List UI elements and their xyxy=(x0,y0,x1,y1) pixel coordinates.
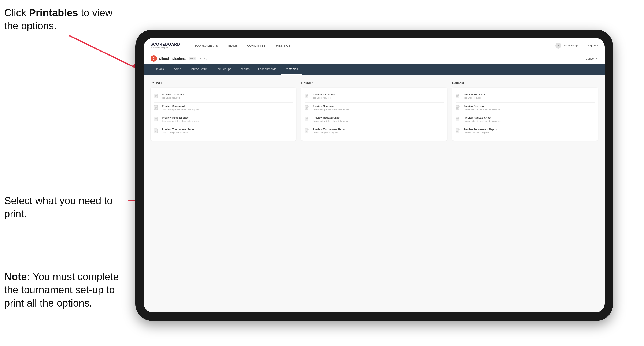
print-item-subtitle-3-2: Course setup + Tee Sheet data required xyxy=(464,108,501,111)
print-text: Preview ScorecardCourse setup + Tee Shee… xyxy=(313,105,350,111)
print-item-subtitle-2-2: Course setup + Tee Sheet data required xyxy=(313,108,350,111)
print-item-subtitle-2-4: Round Completion required xyxy=(313,131,346,134)
arrow-annotation-top xyxy=(59,29,148,76)
print-item-title-3-4: Preview Tournament Report xyxy=(464,128,497,131)
document-icon xyxy=(456,94,462,100)
print-item-title-3-3: Preview Raguzzi Sheet xyxy=(464,116,501,119)
round-card-1: Preview Tee SheetTee Sheet required Prev… xyxy=(150,88,296,141)
document-icon xyxy=(305,128,310,135)
round-title-2: Round 2 xyxy=(301,81,447,85)
nav-teams[interactable]: TEAMS xyxy=(223,42,242,49)
print-text: Preview Tee SheetTee Sheet required xyxy=(313,93,335,99)
tab-course-setup[interactable]: Course Setup xyxy=(185,64,212,75)
nav-right: B blair@clippd.io | Sign out xyxy=(556,43,598,48)
logo-title: SCOREBOARD xyxy=(150,42,180,47)
tab-results[interactable]: Results xyxy=(236,64,254,75)
tab-printables[interactable]: Printables xyxy=(280,64,302,75)
svg-rect-36 xyxy=(456,94,459,98)
note-bold: Note: xyxy=(4,271,30,282)
print-item-2-3[interactable]: Preview Raguzzi SheetCourse setup + Tee … xyxy=(305,114,444,126)
document-icon xyxy=(154,105,160,112)
round-card-3: Preview Tee SheetTee Sheet required Prev… xyxy=(452,88,598,141)
printables-bold: Printables xyxy=(29,7,78,18)
document-icon xyxy=(305,105,310,112)
tablet-screen: SCOREBOARD Powered by clippd TOURNAMENTS… xyxy=(144,38,605,313)
avatar: B xyxy=(556,43,561,48)
document-icon xyxy=(456,117,462,124)
document-icon xyxy=(154,94,160,100)
sign-out-link[interactable]: Sign out xyxy=(588,44,598,47)
print-text: Preview Tournament ReportRound Completio… xyxy=(464,128,497,134)
top-nav: SCOREBOARD Powered by clippd TOURNAMENTS… xyxy=(144,38,605,53)
rounds-container: Round 1 Preview Tee SheetTee Sheet requi… xyxy=(150,81,598,141)
tournament-logo: C xyxy=(150,55,157,62)
print-item-3-3[interactable]: Preview Raguzzi SheetCourse setup + Tee … xyxy=(456,114,594,126)
print-item-subtitle-3-3: Course setup + Tee Sheet data required xyxy=(464,120,501,123)
print-item-subtitle-2-1: Tee Sheet required xyxy=(313,96,335,99)
tournament-info: C Clippd Invitational Men Hosting xyxy=(150,55,208,62)
tab-details[interactable]: Details xyxy=(150,64,168,75)
print-item-2-2[interactable]: Preview ScorecardCourse setup + Tee Shee… xyxy=(305,103,444,114)
hosting-label: Hosting xyxy=(199,57,207,60)
print-item-3-4[interactable]: Preview Tournament ReportRound Completio… xyxy=(456,126,594,137)
top-instruction: Click Printables to view the options. xyxy=(4,6,127,33)
print-text: Preview ScorecardCourse setup + Tee Shee… xyxy=(464,105,501,111)
nav-tournaments[interactable]: TOURNAMENTS xyxy=(190,42,222,49)
sub-header: C Clippd Invitational Men Hosting Cancel… xyxy=(144,53,605,64)
print-item-title-1-1: Preview Tee Sheet xyxy=(162,93,184,96)
bottom-instruction: Note: You must complete the tournament s… xyxy=(4,270,135,310)
round-title-3: Round 3 xyxy=(452,81,598,85)
print-item-title-1-3: Preview Raguzzi Sheet xyxy=(162,116,199,119)
tournament-name: Clippd Invitational xyxy=(159,57,186,60)
nav-items: TOURNAMENTS TEAMS COMMITTEE RANKINGS xyxy=(190,42,556,49)
print-item-title-3-2: Preview Scorecard xyxy=(464,105,501,108)
print-item-3-1[interactable]: Preview Tee SheetTee Sheet required xyxy=(456,91,594,103)
print-item-subtitle-3-1: Tee Sheet required xyxy=(464,96,486,99)
svg-rect-44 xyxy=(456,117,459,121)
print-item-2-4[interactable]: Preview Tournament ReportRound Completio… xyxy=(305,126,444,137)
print-item-title-3-1: Preview Tee Sheet xyxy=(464,93,486,96)
print-item-1-3[interactable]: Preview Raguzzi SheetCourse setup + Tee … xyxy=(154,114,293,126)
tab-bar: Details Teams Course Setup Tee Groups Re… xyxy=(144,64,605,75)
logo-area: SCOREBOARD Powered by clippd xyxy=(150,42,180,49)
nav-rankings[interactable]: RANKINGS xyxy=(270,42,295,49)
round-section-2: Round 2 Preview Tee SheetTee Sheet requi… xyxy=(301,81,447,141)
document-icon xyxy=(154,117,160,124)
print-item-title-2-2: Preview Scorecard xyxy=(313,105,350,108)
print-text: Preview Tournament ReportRound Completio… xyxy=(162,128,196,134)
cancel-x-icon: ✕ xyxy=(596,57,598,60)
cancel-button[interactable]: Cancel ✕ xyxy=(586,57,598,60)
document-icon xyxy=(154,128,160,135)
print-item-subtitle-1-2: Course setup + Tee Sheet data required xyxy=(162,108,199,111)
document-icon xyxy=(456,105,462,112)
svg-rect-40 xyxy=(456,105,459,110)
tab-teams[interactable]: Teams xyxy=(168,64,185,75)
print-item-subtitle-1-1: Tee Sheet required xyxy=(162,96,184,99)
print-item-1-4[interactable]: Preview Tournament ReportRound Completio… xyxy=(154,126,293,137)
print-item-title-2-3: Preview Raguzzi Sheet xyxy=(313,116,350,119)
tab-leaderboards[interactable]: Leaderboards xyxy=(254,64,280,75)
print-text: Preview Raguzzi SheetCourse setup + Tee … xyxy=(313,116,350,123)
print-text: Preview Raguzzi SheetCourse setup + Tee … xyxy=(464,116,501,123)
round-section-1: Round 1 Preview Tee SheetTee Sheet requi… xyxy=(150,81,296,141)
print-item-subtitle-1-4: Round Completion required xyxy=(162,131,196,134)
document-icon xyxy=(456,128,462,135)
print-text: Preview Tournament ReportRound Completio… xyxy=(313,128,346,134)
tab-tee-groups[interactable]: Tee Groups xyxy=(212,64,236,75)
svg-rect-48 xyxy=(456,129,459,133)
print-item-1-2[interactable]: Preview ScorecardCourse setup + Tee Shee… xyxy=(154,103,293,114)
svg-line-0 xyxy=(70,36,140,70)
print-item-3-2[interactable]: Preview ScorecardCourse setup + Tee Shee… xyxy=(456,103,594,114)
print-text: Preview ScorecardCourse setup + Tee Shee… xyxy=(162,105,199,111)
document-icon xyxy=(305,117,310,124)
print-item-1-1[interactable]: Preview Tee SheetTee Sheet required xyxy=(154,91,293,103)
print-item-subtitle-3-4: Round Completion required xyxy=(464,131,497,134)
nav-committee[interactable]: COMMITTEE xyxy=(243,42,270,49)
print-item-2-1[interactable]: Preview Tee SheetTee Sheet required xyxy=(305,91,444,103)
print-item-title-1-4: Preview Tournament Report xyxy=(162,128,196,131)
document-icon xyxy=(305,94,310,100)
print-item-title-1-2: Preview Scorecard xyxy=(162,105,199,108)
print-text: Preview Tee SheetTee Sheet required xyxy=(464,93,486,99)
print-item-title-2-4: Preview Tournament Report xyxy=(313,128,346,131)
print-item-subtitle-2-3: Course setup + Tee Sheet data required xyxy=(313,120,350,123)
